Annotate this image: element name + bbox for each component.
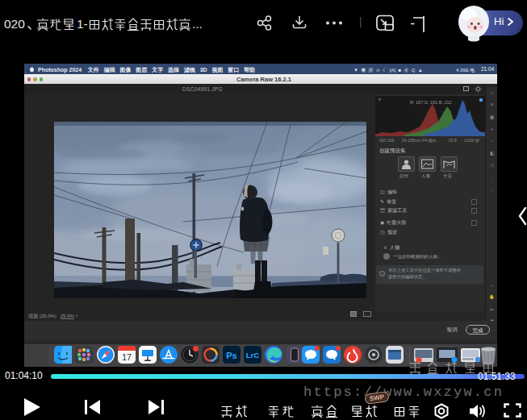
svg-text:✓: ✓ — [490, 90, 494, 95]
svg-text:✎: ✎ — [490, 102, 494, 107]
svg-text:✋: ✋ — [489, 293, 495, 300]
svg-text:Ps: Ps — [226, 351, 236, 360]
svg-text:⌕: ⌕ — [491, 283, 493, 288]
svg-text:17: 17 — [122, 352, 132, 362]
svg-text:✏: ✏ — [490, 307, 494, 312]
svg-text:▦: ▦ — [490, 114, 494, 119]
svg-text:1-: 1- — [77, 17, 88, 31]
svg-text:...: ... — [192, 17, 203, 31]
svg-text:◌: ◌ — [491, 175, 494, 180]
svg-text:◧: ◧ — [490, 151, 494, 156]
svg-text:020: 020 — [4, 17, 25, 31]
svg-text:LrC: LrC — [246, 351, 260, 360]
svg-text:❍: ❍ — [490, 163, 494, 168]
svg-text:◔: ◔ — [491, 139, 493, 143]
svg-text:…: … — [490, 187, 495, 192]
svg-text:⌖: ⌖ — [491, 127, 493, 131]
svg-text:R: 157 G: 161 B: 212: R: 157 G: 161 B: 212 — [410, 100, 452, 105]
